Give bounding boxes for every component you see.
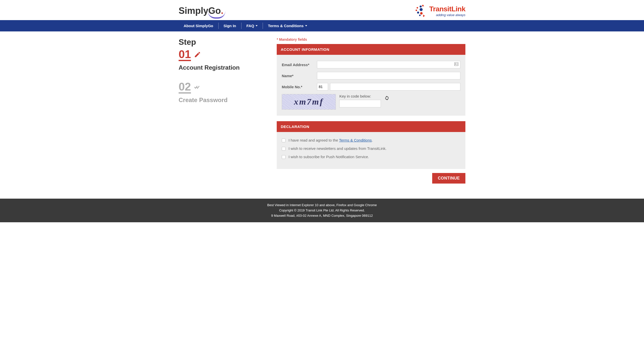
step-1-number: 01 xyxy=(179,49,191,61)
footer-line-2: Copyright © 2019 Transit Link Pte Ltd. A… xyxy=(3,208,641,213)
checkbox-push[interactable] xyxy=(282,155,286,159)
section-body-declaration: I have read and agreed to the Terms & Co… xyxy=(277,132,465,169)
mobile-prefix-input[interactable] xyxy=(317,83,328,91)
declaration-push-row: I wish to subscribe for Push Notificatio… xyxy=(282,155,460,159)
mobile-input[interactable] xyxy=(330,83,460,91)
captcha-input[interactable] xyxy=(339,100,381,107)
nav-terms-conditions[interactable]: Terms & Conditions xyxy=(263,20,312,31)
mandatory-note: * Mandatory fields xyxy=(277,37,465,41)
nav-about-simplygo[interactable]: About SimplyGo xyxy=(179,20,218,31)
svg-point-1 xyxy=(455,63,456,64)
nav-label: Sign In xyxy=(224,24,236,28)
logo-transitlink: TransitLink adding value always xyxy=(414,5,465,17)
contact-card-icon xyxy=(454,62,458,67)
declaration-newsletter-text: I wish to receive newsletters and update… xyxy=(289,146,386,151)
logo-transitlink-main: TransitLink xyxy=(429,5,465,13)
chevron-down-icon xyxy=(305,25,307,26)
steps-sidebar: Step 01 Account Registration 02 Create P… xyxy=(179,37,267,184)
declaration-push-text: I wish to subscribe for Push Notificatio… xyxy=(289,155,369,159)
captcha-image: xm7mf xyxy=(282,94,336,110)
nav-sign-in[interactable]: Sign In xyxy=(219,20,241,31)
logo-simplygo: SimplyGo. xyxy=(179,6,223,16)
double-check-icon xyxy=(194,84,202,91)
terms-link[interactable]: Terms & Conditions xyxy=(339,138,372,142)
section-header-account: ACCOUNT INFORMATION xyxy=(277,44,465,55)
primary-nav: About SimplyGo Sign In FAQ Terms & Condi… xyxy=(0,20,644,31)
step-1-title: Account Registration xyxy=(179,64,267,71)
footer-line-3: 9 Maxwell Road, #03-02 Annexe A, MND Com… xyxy=(3,213,641,218)
declaration-newsletter-row: I wish to receive newsletters and update… xyxy=(282,146,460,151)
section-header-declaration: DECLARATION xyxy=(277,121,465,132)
nav-label: Terms & Conditions xyxy=(268,24,303,28)
site-footer: Best Viewed in Internet Explorer 10 and … xyxy=(0,199,644,222)
steps-heading: Step xyxy=(179,37,267,47)
main-content: Step 01 Account Registration 02 Create P… xyxy=(174,31,470,199)
footer-line-1: Best Viewed in Internet Explorer 10 and … xyxy=(3,203,641,208)
chevron-down-icon xyxy=(256,25,258,26)
logo-transitlink-tagline: adding value always xyxy=(429,13,465,17)
decl-text: I have read and agreed to the xyxy=(289,138,339,142)
name-input[interactable] xyxy=(317,72,460,79)
nav-label: About SimplyGo xyxy=(184,24,213,28)
checkbox-terms[interactable] xyxy=(282,139,286,142)
logo-smile-icon xyxy=(208,11,225,19)
email-input[interactable] xyxy=(317,61,460,68)
nav-label: FAQ xyxy=(247,24,254,28)
section-body-account: Email Address* Name* Mobile No.* xyxy=(277,55,465,116)
step-2-number: 02 xyxy=(179,81,191,94)
pencil-icon xyxy=(194,51,201,59)
captcha-label: Key in code below: xyxy=(339,94,381,98)
step-2-title: Create Password xyxy=(179,97,267,104)
checkbox-newsletter[interactable] xyxy=(282,147,286,151)
label-mobile: Mobile No.* xyxy=(282,85,317,89)
step-2: 02 Create Password xyxy=(179,81,267,104)
declaration-terms-text: I have read and agreed to the Terms & Co… xyxy=(289,138,373,142)
nav-faq[interactable]: FAQ xyxy=(242,20,263,31)
declaration-terms-row: I have read and agreed to the Terms & Co… xyxy=(282,138,460,142)
refresh-icon[interactable] xyxy=(384,96,389,102)
step-1: 01 Account Registration xyxy=(179,49,267,71)
label-email: Email Address* xyxy=(282,63,317,67)
continue-button[interactable]: CONTINUE xyxy=(432,173,465,184)
label-name: Name* xyxy=(282,74,317,78)
form-column: * Mandatory fields ACCOUNT INFORMATION E… xyxy=(277,37,465,184)
decl-text: . xyxy=(372,138,373,142)
transitlink-dots-icon xyxy=(414,5,427,17)
site-header: SimplyGo. TransitLink adding value alway… xyxy=(0,0,644,20)
